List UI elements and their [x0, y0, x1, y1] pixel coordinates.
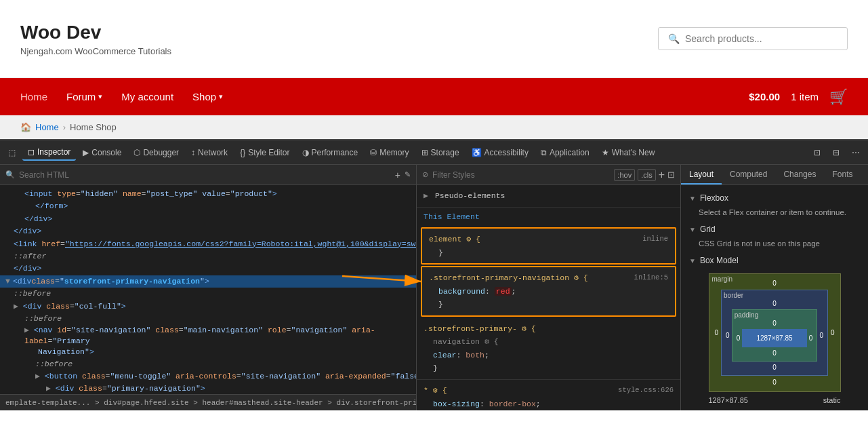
network-icon: ↕	[191, 148, 195, 157]
margin-bottom-val: 0	[715, 378, 835, 386]
site-title: Woo Dev	[20, 21, 171, 44]
padding-top-val: 0	[737, 319, 813, 327]
application-tab[interactable]: ⧉ Application	[535, 145, 595, 160]
search-box[interactable]: 🔍	[658, 27, 848, 50]
breadcrumb-current: Home Shop	[70, 122, 117, 132]
box-model-diagram: margin 0 0 border 0 0	[709, 273, 841, 392]
pick-node-icon[interactable]: ✎	[405, 170, 411, 179]
border-right-val: 0	[819, 332, 823, 339]
debugger-icon: ⬡	[133, 148, 140, 157]
layout-content: ▼ Flexbox Select a Flex container or ite…	[681, 185, 868, 410]
breadcrumb: 🏠 Home › Home Shop	[0, 115, 868, 139]
settings-button[interactable]: ⋯	[846, 145, 865, 160]
whats-new-icon: ★	[602, 148, 609, 157]
css-pseudo-header[interactable]: ▶ Pseudo-elements	[423, 189, 674, 203]
dimensions-row: 1287×87.85 static	[709, 396, 841, 404]
whats-new-label: What's New	[612, 148, 655, 157]
css-this-element-label: This Element	[417, 208, 680, 227]
add-rule-icon[interactable]: +	[659, 169, 665, 181]
application-label: Application	[550, 148, 590, 157]
inspector-tab[interactable]: ◻ Inspector	[22, 144, 76, 161]
console-tab[interactable]: ▶ Console	[77, 145, 127, 160]
performance-icon: ◑	[302, 148, 309, 157]
code-line-selected[interactable]: ▼ <div class="storefront-primary-navigat…	[0, 275, 416, 288]
nav-right: $20.00 1 item 🛒	[749, 88, 848, 106]
dimensions-value: 1287×87.85	[709, 396, 748, 404]
nav-left: Home Forum ▾ My account Shop ▾	[20, 91, 223, 102]
pick-element-button[interactable]: ⬚	[3, 145, 21, 160]
nav-item-forum[interactable]: Forum ▾	[66, 91, 102, 102]
add-node-icon[interactable]: +	[395, 170, 400, 180]
expand-icon: ▶	[423, 189, 428, 203]
cart-price: $20.00	[749, 91, 780, 102]
code-line: ::after	[0, 250, 416, 263]
css-val-red: red	[495, 287, 512, 296]
flexbox-body: Select a Flex container or item to conti…	[689, 206, 860, 219]
search-html-icon: 🔍	[5, 170, 15, 179]
code-line: </div>	[0, 225, 416, 237]
memory-tab[interactable]: ⛁ Memory	[365, 145, 414, 160]
css-star-rule: * ⚙ { style.css:626 box-sizing: border-b…	[417, 380, 680, 410]
flexbox-header[interactable]: ▼ Flexbox	[689, 191, 860, 206]
performance-label: Performance	[312, 148, 358, 157]
css-storefront-selector: .storefront-primary-navigation ⚙ {	[429, 271, 588, 285]
css-element-close: }	[438, 248, 443, 257]
box-model-section: ▼ Box Model margin 0 0	[689, 253, 860, 410]
css-filter-input[interactable]	[432, 170, 610, 180]
box-model-label: Box Model	[700, 256, 739, 265]
box-model-header[interactable]: ▼ Box Model	[689, 253, 860, 268]
search-input[interactable]	[685, 33, 838, 44]
breadcrumb-path: emplate-template... > div#page.hfeed.sit…	[5, 399, 416, 407]
css-toolbar: ⊘ :hov .cls + ⊡	[417, 165, 680, 185]
margin-label: margin	[712, 275, 733, 283]
nav-item-shop[interactable]: Shop ▾	[192, 91, 223, 102]
cart-count: 1 item	[791, 91, 819, 102]
code-line: </form>	[0, 200, 416, 212]
tab-changes[interactable]: Changes	[775, 165, 824, 184]
padding-left-val: 0	[737, 334, 741, 342]
border-top-val: 0	[726, 300, 823, 307]
padding-box: padding 0 0 1287×87.85	[732, 309, 818, 362]
debugger-tab[interactable]: ⬡ Debugger	[128, 145, 184, 160]
style-editor-tab[interactable]: {} Style Editor	[234, 145, 295, 160]
css-close: }	[438, 300, 443, 309]
storage-tab[interactable]: ⊞ Storage	[416, 145, 465, 160]
debugger-label: Debugger	[143, 148, 179, 157]
html-breadcrumb: emplate-template... > div#page.hfeed.sit…	[0, 394, 416, 410]
code-line: </div>	[0, 213, 416, 225]
nav-item-myaccount[interactable]: My account	[121, 91, 173, 102]
accessibility-tab[interactable]: ♿ Accessibility	[466, 145, 534, 160]
layout-panel: Layout Computed Changes Fonts ▼ Flexbox	[681, 165, 868, 410]
padding-label: padding	[735, 311, 759, 319]
breadcrumb-home[interactable]: Home	[35, 122, 59, 132]
tab-computed[interactable]: Computed	[722, 165, 775, 184]
cart-icon[interactable]: 🛒	[829, 88, 848, 106]
screenshot-icon[interactable]: ⊡	[667, 170, 675, 180]
box-model-properties-header[interactable]: ▼ Box Model Properties	[689, 410, 860, 410]
cls-button[interactable]: .cls	[638, 169, 656, 181]
whats-new-tab[interactable]: ★ What's New	[596, 145, 661, 160]
margin-right-val: 0	[831, 329, 835, 336]
nav-item-home[interactable]: Home	[20, 91, 47, 102]
code-line: ▶ <div class="primary-navigation">	[0, 383, 416, 394]
tab-layout[interactable]: Layout	[681, 165, 722, 184]
home-icon: 🏠	[20, 122, 31, 132]
code-line: ::before	[0, 313, 416, 325]
responsive-design-button[interactable]: ⊡	[808, 145, 826, 160]
nav-label-shop: Shop	[192, 91, 216, 102]
grid-header[interactable]: ▼ Grid	[689, 222, 860, 237]
border-label: border	[724, 292, 743, 299]
split-console-button[interactable]: ⊟	[827, 145, 845, 160]
tab-fonts[interactable]: Fonts	[824, 165, 861, 184]
performance-tab[interactable]: ◑ Performance	[297, 145, 364, 160]
code-line: ▶ <button class="menu-toggle" aria-contr…	[0, 370, 416, 383]
hov-button[interactable]: :hov	[614, 169, 635, 181]
flexbox-label: Flexbox	[700, 193, 728, 203]
network-tab[interactable]: ↕ Network	[186, 145, 233, 160]
margin-left-val: 0	[715, 329, 719, 336]
search-icon: 🔍	[668, 33, 680, 44]
style-editor-icon: {}	[240, 148, 245, 157]
nav-label-forum: Forum	[66, 91, 96, 102]
css-pseudo-section: ▶ Pseudo-elements	[417, 185, 680, 208]
html-search-input[interactable]	[19, 170, 391, 180]
